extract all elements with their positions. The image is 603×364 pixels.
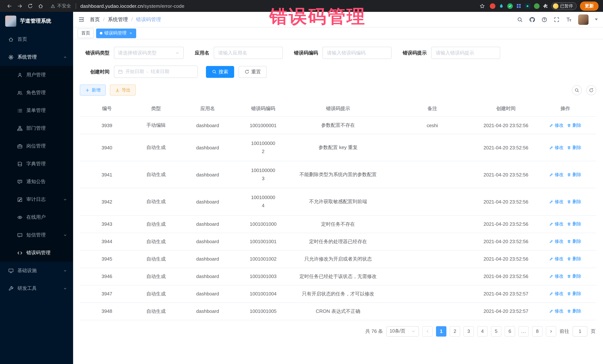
sidebar-item-user-management[interactable]: 用户管理 (0, 66, 73, 84)
page-ellipsis[interactable]: ... (518, 326, 529, 336)
add-button[interactable]: 新增 (80, 85, 106, 96)
list-icon (17, 108, 23, 113)
export-button-label: 导出 (122, 87, 131, 93)
delete-link[interactable]: 删除 (567, 199, 581, 205)
edit-link[interactable]: 修改 (549, 256, 564, 262)
app-window: 芋道管理系统 首页系统管理用户管理角色管理菜单管理部门管理岗位管理字典管理通知公… (0, 12, 603, 364)
delete-link[interactable]: 删除 (567, 144, 581, 151)
cell-code: 1001000003 (237, 161, 289, 188)
refresh-table-button[interactable] (586, 85, 596, 95)
delete-link[interactable]: 删除 (567, 221, 581, 227)
user-avatar[interactable] (578, 14, 589, 25)
page-button-1[interactable]: 1 (436, 326, 446, 336)
breadcrumb-item-1[interactable]: 系统管理 (108, 16, 128, 23)
extensions-puzzle-icon[interactable] (543, 3, 548, 9)
browser-back-button[interactable] (4, 1, 14, 11)
error-hint-input[interactable] (431, 47, 500, 59)
address-url[interactable]: dashboard.yudao.iocoder.cn/system/error-… (80, 3, 185, 9)
date-range-picker[interactable]: 开始日期 - 结束日期 (114, 66, 198, 78)
edit-link[interactable]: 修改 (549, 199, 564, 205)
delete-link[interactable]: 删除 (567, 238, 581, 245)
collapse-menu-icon[interactable] (78, 16, 85, 22)
table-row-3947: 3947自动生成dashboard1001001004只有开启状态的任务，才可以… (80, 285, 596, 302)
delete-link[interactable]: 删除 (567, 172, 581, 178)
navbar-actions (517, 14, 598, 25)
sidebar-item-menu-management[interactable]: 菜单管理 (0, 101, 73, 119)
sidebar-item-home[interactable]: 首页 (0, 30, 73, 48)
page-button-2[interactable]: 2 (450, 326, 460, 336)
fullscreen-icon[interactable] (554, 16, 560, 22)
edit-link[interactable]: 修改 (549, 273, 564, 279)
profile-paused-chip[interactable]: 已暂停 (551, 2, 577, 10)
extension-icon-dark[interactable] (524, 3, 531, 9)
search-icon[interactable] (517, 16, 523, 22)
avatar-dropdown-caret[interactable] (595, 19, 598, 20)
edit-link[interactable]: 修改 (549, 238, 564, 245)
cell-hint: 定时任务的处理器已经存在 (289, 233, 387, 250)
next-page-button[interactable] (546, 326, 556, 336)
sidebar-item-sms-management[interactable]: 短信管理 (0, 226, 73, 244)
page-size-select[interactable]: 10条/页 (386, 326, 419, 336)
edit-link[interactable]: 修改 (549, 144, 564, 151)
security-indicator[interactable]: 不安全 (50, 3, 71, 9)
sidebar-item-error-code-management[interactable]: 错误码管理 (0, 244, 73, 262)
help-icon[interactable] (541, 16, 547, 22)
app-logo[interactable]: 芋道管理系统 (0, 12, 73, 30)
cell-note (387, 250, 477, 268)
edit-link[interactable]: 修改 (549, 172, 564, 178)
tag-error-code[interactable]: 错误码管理 (96, 28, 136, 38)
sidebar-item-post-management[interactable]: 岗位管理 (0, 137, 73, 155)
browser-forward-button[interactable] (15, 1, 24, 11)
extension-icon-teal-drop[interactable] (499, 3, 504, 9)
browser-reload-button[interactable] (25, 1, 35, 11)
extension-icon-green-check[interactable] (507, 3, 513, 9)
browser-home-button[interactable] (36, 1, 45, 11)
delete-link[interactable]: 删除 (567, 273, 581, 279)
browser-update-button[interactable]: 更新 (580, 1, 599, 11)
close-icon[interactable] (129, 32, 132, 35)
error-code-input[interactable] (323, 47, 392, 59)
breadcrumb-item-0[interactable]: 首页 (90, 16, 100, 23)
sidebar-item-dept-management[interactable]: 部门管理 (0, 119, 73, 137)
edit-link[interactable]: 修改 (549, 122, 564, 128)
sidebar-item-notice-announcement[interactable]: 通知公告 (0, 173, 73, 190)
sidebar-item-system-management[interactable]: 系统管理 (0, 48, 73, 66)
edit-link[interactable]: 修改 (549, 308, 564, 314)
edit-link[interactable]: 修改 (549, 221, 564, 227)
export-button[interactable]: 导出 (110, 85, 136, 96)
page-button-4[interactable]: 4 (477, 326, 487, 336)
search-button[interactable]: 搜索 (206, 66, 234, 78)
delete-link[interactable]: 删除 (567, 291, 581, 297)
extension-icon-blue-grid[interactable] (516, 3, 521, 9)
edit-label: 修改 (555, 199, 564, 205)
delete-link[interactable]: 删除 (567, 122, 581, 128)
page-button-3[interactable]: 3 (464, 326, 474, 336)
sidebar-item-online-users[interactable]: 在线用户 (0, 208, 73, 226)
tag-home[interactable]: 首页 (78, 28, 94, 38)
goto-label: 前往 (560, 328, 569, 334)
sidebar-item-infrastructure[interactable]: 基础设施 (0, 262, 73, 279)
app-name-input[interactable] (214, 47, 283, 59)
sidebar-item-dict-management[interactable]: 字典管理 (0, 155, 73, 173)
page-button-6[interactable]: 6 (505, 326, 515, 336)
extension-icon-green[interactable] (534, 3, 539, 9)
tag-label: 错误码管理 (104, 30, 127, 36)
sidebar-item-role-management[interactable]: 角色管理 (0, 84, 73, 101)
page-button-5[interactable]: 5 (491, 326, 501, 336)
sidebar-item-audit-log[interactable]: 审计日志 (0, 190, 73, 208)
delete-link[interactable]: 删除 (567, 256, 581, 262)
cell-type: 自动生成 (134, 285, 178, 302)
delete-link[interactable]: 删除 (567, 308, 581, 314)
bookmark-star-button[interactable] (478, 2, 486, 10)
font-size-icon[interactable] (566, 16, 572, 22)
sidebar-item-dev-tools[interactable]: 研发工具 (0, 279, 73, 297)
goto-page-input[interactable] (573, 326, 587, 336)
extension-icon-red[interactable] (490, 3, 495, 9)
page-button-8[interactable]: 8 (532, 326, 543, 336)
edit-link[interactable]: 修改 (549, 291, 564, 297)
show-search-button[interactable] (572, 85, 582, 95)
github-icon[interactable] (529, 16, 535, 22)
prev-page-button[interactable] (422, 326, 433, 336)
reset-button[interactable]: 重置 (239, 66, 267, 78)
error-code-type-select[interactable]: 请选择错误码类型 (114, 47, 184, 59)
